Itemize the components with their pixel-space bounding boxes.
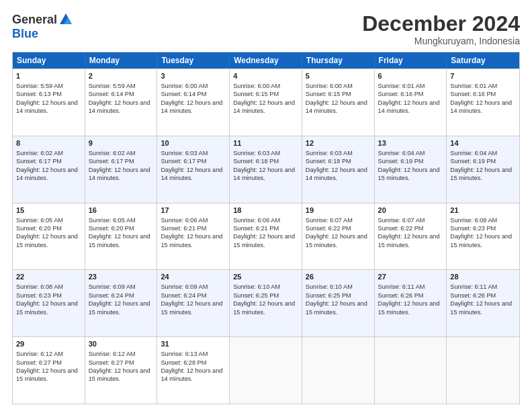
calendar-header: Sunday Monday Tuesday Wednesday Thursday… [13, 52, 519, 68]
header-sunday: Sunday [13, 52, 85, 68]
day-num: 23 [89, 272, 154, 282]
cell-dec8: 8 Sunrise: 6:02 AMSunset: 6:17 PMDayligh… [13, 136, 85, 203]
cell-dec1: 1 Sunrise: 5:59 AMSunset: 6:13 PMDayligh… [13, 69, 85, 136]
cell-dec26: 26 Sunrise: 6:10 AMSunset: 6:25 PMDaylig… [302, 270, 375, 336]
cell-empty-1 [230, 337, 302, 404]
cell-dec2: 2 Sunrise: 5:59 AMSunset: 6:14 PMDayligh… [85, 69, 158, 136]
day-num: 2 [89, 71, 154, 81]
day-num: 22 [16, 272, 81, 282]
cell-dec13: 13 Sunrise: 6:04 AMSunset: 6:19 PMDaylig… [375, 136, 447, 203]
header-thursday: Thursday [302, 52, 375, 68]
header: General Blue December 2024 Mungkuruyam, … [12, 12, 520, 46]
cell-dec29: 29 Sunrise: 6:12 AMSunset: 6:27 PMDaylig… [13, 337, 85, 404]
day-num: 3 [161, 71, 226, 81]
week-row-3: 15 Sunrise: 6:05 AMSunset: 6:20 PMDaylig… [13, 203, 519, 270]
logo-icon [58, 12, 73, 27]
cell-dec7: 7 Sunrise: 6:01 AMSunset: 6:16 PMDayligh… [447, 69, 519, 136]
header-tuesday: Tuesday [157, 52, 230, 68]
day-num: 6 [378, 71, 443, 81]
day-num: 26 [306, 272, 371, 282]
day-num: 9 [89, 138, 154, 148]
day-num: 14 [450, 138, 516, 148]
logo-general-text: General [12, 13, 57, 27]
day-num: 13 [378, 138, 443, 148]
day-num: 25 [233, 272, 298, 282]
day-num: 30 [89, 339, 154, 349]
calendar-page: General Blue December 2024 Mungkuruyam, … [0, 0, 532, 411]
day-num: 31 [161, 339, 226, 349]
cell-dec12: 12 Sunrise: 6:03 AMSunset: 6:18 PMDaylig… [302, 136, 375, 203]
header-saturday: Saturday [447, 52, 519, 68]
week-row-1: 1 Sunrise: 5:59 AMSunset: 6:13 PMDayligh… [13, 68, 519, 136]
day-num: 7 [450, 71, 516, 81]
header-wednesday: Wednesday [230, 52, 302, 68]
cell-dec30: 30 Sunrise: 6:12 AMSunset: 6:27 PMDaylig… [85, 337, 158, 404]
cell-dec14: 14 Sunrise: 6:04 AMSunset: 6:19 PMDaylig… [447, 136, 519, 203]
cell-dec17: 17 Sunrise: 6:06 AMSunset: 6:21 PMDaylig… [157, 203, 230, 270]
cell-empty-2 [302, 337, 375, 404]
logo-blue-text: Blue [12, 27, 38, 41]
cell-dec28: 28 Sunrise: 6:11 AMSunset: 6:26 PMDaylig… [447, 270, 519, 336]
day-num: 27 [378, 272, 443, 282]
day-num: 19 [306, 205, 371, 216]
day-num: 12 [306, 138, 371, 148]
day-num: 8 [16, 138, 81, 148]
cell-dec20: 20 Sunrise: 6:07 AMSunset: 6:22 PMDaylig… [375, 203, 447, 270]
cell-dec6: 6 Sunrise: 6:01 AMSunset: 6:16 PMDayligh… [375, 69, 447, 136]
cell-dec31: 31 Sunrise: 6:13 AMSunset: 6:28 PMDaylig… [157, 337, 230, 404]
cell-dec24: 24 Sunrise: 6:09 AMSunset: 6:24 PMDaylig… [157, 270, 230, 336]
cell-dec19: 19 Sunrise: 6:07 AMSunset: 6:22 PMDaylig… [302, 203, 375, 270]
week-row-2: 8 Sunrise: 6:02 AMSunset: 6:17 PMDayligh… [13, 136, 519, 203]
cell-dec5: 5 Sunrise: 6:00 AMSunset: 6:15 PMDayligh… [302, 69, 375, 136]
week-row-4: 22 Sunrise: 6:08 AMSunset: 6:23 PMDaylig… [13, 269, 519, 336]
day-num: 1 [16, 71, 81, 81]
cell-dec25: 25 Sunrise: 6:10 AMSunset: 6:25 PMDaylig… [230, 270, 302, 336]
cell-dec11: 11 Sunrise: 6:03 AMSunset: 6:18 PMDaylig… [230, 136, 302, 203]
month-title: December 2024 [362, 12, 520, 36]
cell-empty-3 [375, 337, 447, 404]
cell-dec15: 15 Sunrise: 6:05 AMSunset: 6:20 PMDaylig… [13, 203, 85, 270]
location: Mungkuruyam, Indonesia [362, 36, 520, 46]
day-num: 21 [450, 205, 516, 216]
cell-dec21: 21 Sunrise: 6:08 AMSunset: 6:23 PMDaylig… [447, 203, 519, 270]
day-num: 15 [16, 205, 81, 216]
logo: General Blue [12, 12, 73, 41]
day-num: 20 [378, 205, 443, 216]
cell-dec22: 22 Sunrise: 6:08 AMSunset: 6:23 PMDaylig… [13, 270, 85, 336]
cell-dec9: 9 Sunrise: 6:02 AMSunset: 6:17 PMDayligh… [85, 136, 158, 203]
day-num: 11 [233, 138, 298, 148]
calendar: Sunday Monday Tuesday Wednesday Thursday… [12, 52, 520, 404]
day-num: 24 [161, 272, 226, 282]
cell-dec23: 23 Sunrise: 6:09 AMSunset: 6:24 PMDaylig… [85, 270, 158, 336]
cell-dec4: 4 Sunrise: 6:00 AMSunset: 6:15 PMDayligh… [230, 69, 302, 136]
header-monday: Monday [85, 52, 158, 68]
day-num: 10 [161, 138, 226, 148]
calendar-body: 1 Sunrise: 5:59 AMSunset: 6:13 PMDayligh… [13, 68, 519, 404]
day-num: 28 [450, 272, 516, 282]
cell-empty-4 [447, 337, 519, 404]
cell-dec10: 10 Sunrise: 6:03 AMSunset: 6:17 PMDaylig… [157, 136, 230, 203]
day-num: 17 [161, 205, 226, 216]
cell-dec27: 27 Sunrise: 6:11 AMSunset: 6:26 PMDaylig… [375, 270, 447, 336]
day-num: 5 [306, 71, 371, 81]
title-section: December 2024 Mungkuruyam, Indonesia [362, 12, 520, 46]
day-num: 29 [16, 339, 81, 349]
day-num: 4 [233, 71, 298, 81]
day-num: 18 [233, 205, 298, 216]
cell-dec3: 3 Sunrise: 6:00 AMSunset: 6:14 PMDayligh… [157, 69, 230, 136]
header-friday: Friday [375, 52, 447, 68]
week-row-5: 29 Sunrise: 6:12 AMSunset: 6:27 PMDaylig… [13, 336, 519, 404]
cell-dec16: 16 Sunrise: 6:05 AMSunset: 6:20 PMDaylig… [85, 203, 158, 270]
cell-dec18: 18 Sunrise: 6:06 AMSunset: 6:21 PMDaylig… [230, 203, 302, 270]
day-num: 16 [89, 205, 154, 216]
